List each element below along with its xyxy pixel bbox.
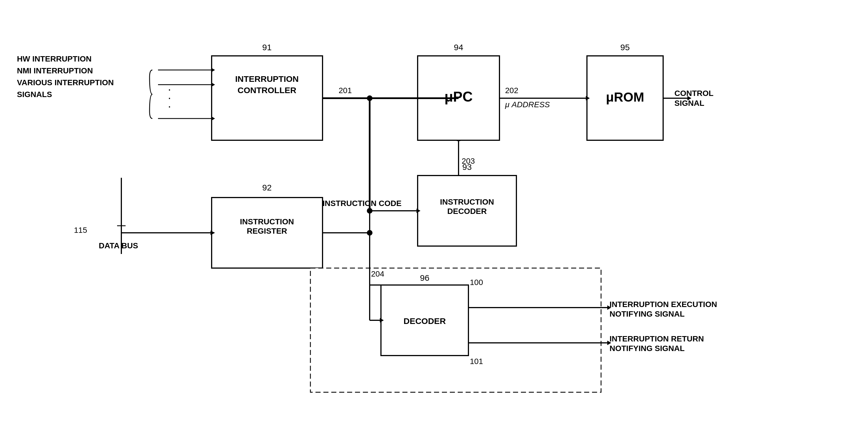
svg-text:115: 115: [74, 226, 87, 235]
svg-text:101: 101: [470, 357, 483, 366]
svg-text:94: 94: [454, 42, 463, 52]
svg-text:CONTROLLER: CONTROLLER: [238, 86, 297, 95]
svg-text:μROM: μROM: [606, 90, 644, 104]
svg-text:100: 100: [470, 278, 483, 287]
svg-text:92: 92: [262, 183, 272, 192]
svg-text:SIGNALS: SIGNALS: [17, 90, 52, 99]
svg-text:INTERRUPTION RETURN: INTERRUPTION RETURN: [610, 334, 704, 343]
svg-text:201: 201: [339, 86, 352, 95]
svg-text:·: ·: [168, 100, 171, 112]
svg-text:91: 91: [262, 42, 272, 52]
svg-text:INTERRUPTION: INTERRUPTION: [235, 74, 299, 84]
svg-text:INTERRUPTION EXECUTION: INTERRUPTION EXECUTION: [610, 300, 717, 309]
svg-text:95: 95: [620, 42, 629, 52]
svg-rect-0: [212, 56, 322, 140]
svg-text:INSTRUCTION: INSTRUCTION: [440, 198, 494, 206]
svg-text:DECODER: DECODER: [447, 207, 487, 216]
svg-text:VARIOUS INTERRUPTION: VARIOUS INTERRUPTION: [17, 78, 114, 87]
svg-text:202: 202: [505, 86, 518, 95]
svg-text:NMI INTERRUPTION: NMI INTERRUPTION: [17, 66, 93, 75]
svg-text:INSTRUCTION CODE: INSTRUCTION CODE: [322, 199, 402, 208]
svg-text:DECODER: DECODER: [404, 316, 446, 326]
svg-text:HW INTERRUPTION: HW INTERRUPTION: [17, 55, 91, 63]
svg-text:203: 203: [462, 157, 475, 165]
svg-text:DATA BUS: DATA BUS: [99, 241, 138, 250]
diagram-svg: 91 INTERRUPTION CONTROLLER 94 μPC 95 μRO…: [0, 0, 868, 423]
svg-text:μ ADDRESS: μ ADDRESS: [505, 100, 550, 109]
svg-text:204: 204: [371, 270, 384, 278]
diagram-container: 91 INTERRUPTION CONTROLLER 94 μPC 95 μRO…: [0, 0, 868, 423]
svg-text:INSTRUCTION: INSTRUCTION: [240, 217, 294, 226]
svg-text:REGISTER: REGISTER: [247, 226, 287, 235]
svg-text:NOTIFYING SIGNAL: NOTIFYING SIGNAL: [610, 309, 685, 318]
svg-text:96: 96: [420, 273, 429, 282]
svg-text:CONTROL: CONTROL: [675, 89, 713, 98]
svg-text:SIGNAL: SIGNAL: [675, 99, 704, 108]
svg-text:NOTIFYING SIGNAL: NOTIFYING SIGNAL: [610, 344, 685, 353]
svg-text:μPC: μPC: [444, 89, 473, 105]
